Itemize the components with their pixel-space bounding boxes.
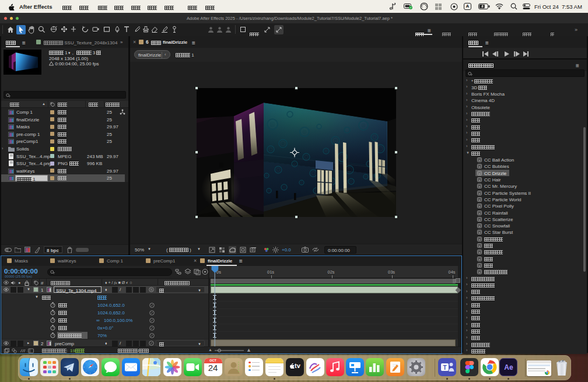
- svg-text:T: T: [443, 364, 446, 370]
